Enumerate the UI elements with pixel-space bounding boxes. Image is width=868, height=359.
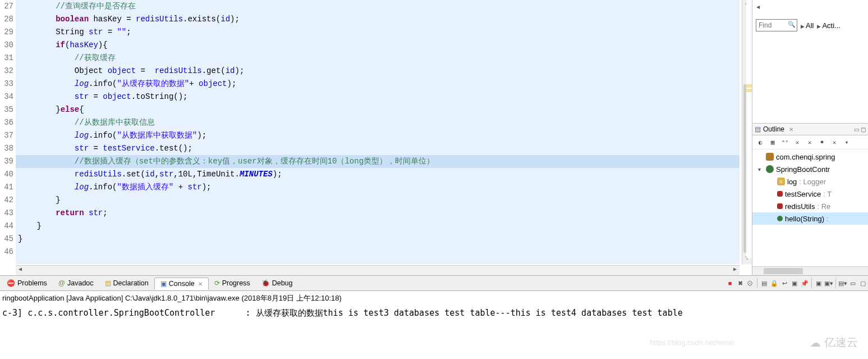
scroll-right-arrow[interactable]: ▶ xyxy=(731,266,740,275)
code-line[interactable]: String str = ""; xyxy=(16,26,740,39)
outline-node[interactable]: com.chenqi.spring xyxy=(752,151,868,163)
tab-progress[interactable]: ⟳ Progress xyxy=(209,278,256,289)
hide-static-icon[interactable]: ✕ xyxy=(805,138,814,147)
code-line[interactable]: Object object = redisUtils.get(id); xyxy=(16,65,740,78)
minimize-icon[interactable]: ▭ ▢ xyxy=(854,126,866,133)
word-wrap-icon[interactable]: ↩ xyxy=(779,278,789,288)
chevron-down-icon[interactable]: ▾ xyxy=(755,6,763,9)
line-number: 29 xyxy=(0,26,13,39)
console-launch-label: ringbootApplication [Java Application] C… xyxy=(0,291,868,306)
outline-label: redisUtils xyxy=(785,202,815,211)
terminate-button[interactable]: ■ xyxy=(725,278,735,288)
outline-label: hello(String) xyxy=(785,215,824,223)
code-editor[interactable]: 2728293031323334353637383940414243444546… xyxy=(0,0,752,275)
find-all-link[interactable]: ▶All xyxy=(801,21,814,30)
tab-declaration[interactable]: ▤ Declaration xyxy=(99,278,154,289)
new-console-menu-icon[interactable]: ▤▾ xyxy=(838,278,848,288)
console-output[interactable]: c-3] c.c.s.controller.SpringBootControll… xyxy=(0,306,868,321)
outline-type: : Logger xyxy=(799,178,826,186)
line-number: 38 xyxy=(0,142,13,155)
line-number: 44 xyxy=(0,220,13,233)
line-number: 37 xyxy=(0,129,13,142)
code-line[interactable]: log.info("从数据库中获取数据"); xyxy=(16,129,740,142)
outline-tree[interactable]: com.chenqi.spring▾SpringBootContrSlog : … xyxy=(752,149,868,266)
code-line[interactable]: log.info("数据插入缓存" + str); xyxy=(16,181,740,194)
minimize-icon[interactable]: ▭ xyxy=(848,278,858,288)
remove-launch-icon[interactable]: ✖ xyxy=(735,278,745,288)
horizontal-scrollbar[interactable]: ◀ ▶ xyxy=(16,265,740,275)
tab-console[interactable]: ▣ Console ✕ xyxy=(154,278,209,290)
open-console-menu-icon[interactable]: ▣▾ xyxy=(824,278,834,288)
line-number: 35 xyxy=(0,103,13,116)
show-console-icon[interactable]: ▣ xyxy=(789,278,800,288)
outline-type: : xyxy=(826,215,829,223)
line-number: 40 xyxy=(0,168,13,181)
pkg-icon xyxy=(766,153,774,161)
class-icon xyxy=(766,165,774,173)
outline-label: testService xyxy=(785,190,821,198)
clear-console-icon[interactable]: ▤ xyxy=(759,278,769,288)
scroll-lock-icon[interactable]: 🔒 xyxy=(769,278,779,288)
outline-horizontal-scrollbar[interactable] xyxy=(752,266,868,275)
line-number: 36 xyxy=(0,116,13,129)
problems-icon: ⛔ xyxy=(7,279,15,287)
code-line[interactable]: } xyxy=(16,233,740,246)
code-line[interactable]: } xyxy=(16,194,740,207)
line-number-gutter: 2728293031323334353637383940414243444546 xyxy=(0,0,16,264)
focus-icon[interactable]: ◐ xyxy=(756,138,765,147)
code-line[interactable]: //查询缓存中是否存在 xyxy=(16,0,740,13)
hide-local-icon[interactable]: ✕ xyxy=(830,138,839,147)
code-line[interactable]: //数据插入缓存（set中的参数含义：key值，user对象，缓存存在时间10（… xyxy=(16,155,740,168)
outline-node[interactable]: redisUtils : Re xyxy=(752,200,868,212)
scroll-left-arrow[interactable]: ◀ xyxy=(16,266,25,275)
code-line[interactable]: redisUtils.set(id,str,10L,TimeUnit.MINUT… xyxy=(16,168,740,181)
expander-icon[interactable]: ▾ xyxy=(758,166,764,172)
code-line[interactable]: str = testService.test(); xyxy=(16,142,740,155)
code-line[interactable]: if(hasKey){ xyxy=(16,39,740,52)
search-icon[interactable]: 🔍 xyxy=(788,21,796,28)
debug-icon: 🐞 xyxy=(261,279,270,287)
hide-fields-icon[interactable]: ✕ xyxy=(793,138,802,147)
outline-type: : Re xyxy=(817,202,830,211)
outline-node[interactable]: Slog : Logger xyxy=(752,175,868,188)
overview-mark[interactable] xyxy=(746,84,752,88)
code-line[interactable]: //获取缓存 xyxy=(16,52,740,65)
code-line[interactable]: //从数据库中获取信息 xyxy=(16,116,740,129)
sort-icon[interactable]: ᵃᶻ xyxy=(780,138,789,147)
code-line[interactable]: str = object.toString(); xyxy=(16,90,740,103)
tab-problems[interactable]: ⛔ Problems xyxy=(1,278,53,289)
link-editor-icon[interactable]: ▦ xyxy=(768,138,777,147)
line-number: 33 xyxy=(0,78,13,90)
line-number: 31 xyxy=(0,52,13,65)
line-number: 42 xyxy=(0,194,13,207)
overview-ruler[interactable] xyxy=(746,0,752,258)
outline-label: SpringBootContr xyxy=(776,165,830,174)
javadoc-icon: @ xyxy=(58,279,65,287)
find-activation-link[interactable]: ▶Acti... xyxy=(817,21,841,30)
overview-mark[interactable] xyxy=(746,89,752,92)
menu-icon[interactable]: ▾ xyxy=(842,138,851,147)
code-line[interactable]: boolean hasKey = redisUtils.exists(id); xyxy=(16,13,740,26)
code-line[interactable]: return str; xyxy=(16,207,740,220)
line-number: 27 xyxy=(0,0,13,13)
outline-node[interactable]: testService : T xyxy=(752,188,868,200)
close-icon[interactable]: ✕ xyxy=(789,126,793,133)
code-line[interactable]: } xyxy=(16,220,740,233)
pin-console-icon[interactable]: 📌 xyxy=(800,278,810,288)
code-area[interactable]: //查询缓存中是否存在 boolean hasKey = redisUtils.… xyxy=(16,0,740,264)
line-number: 32 xyxy=(0,65,13,78)
watermark-logo: ☁ 亿速云 xyxy=(810,335,858,350)
outline-node[interactable]: ▾SpringBootContr xyxy=(752,163,868,175)
remove-all-icon[interactable]: ⛒ xyxy=(745,278,755,288)
code-line[interactable]: log.info("从缓存获取的数据"+ object); xyxy=(16,78,740,90)
maximize-icon[interactable]: ▢ xyxy=(858,278,868,288)
code-line[interactable]: }else{ xyxy=(16,103,740,116)
tab-javadoc[interactable]: @ Javadoc xyxy=(53,278,99,289)
close-icon[interactable]: ✕ xyxy=(198,281,203,287)
display-selected-icon[interactable]: ▣ xyxy=(814,278,824,288)
outline-node[interactable]: hello(String) : xyxy=(752,212,868,225)
line-number: 28 xyxy=(0,13,13,26)
hide-nonpublic-icon[interactable]: ● xyxy=(818,138,826,147)
scroll-thumb[interactable] xyxy=(764,268,803,274)
tab-debug[interactable]: 🐞 Debug xyxy=(256,278,298,289)
